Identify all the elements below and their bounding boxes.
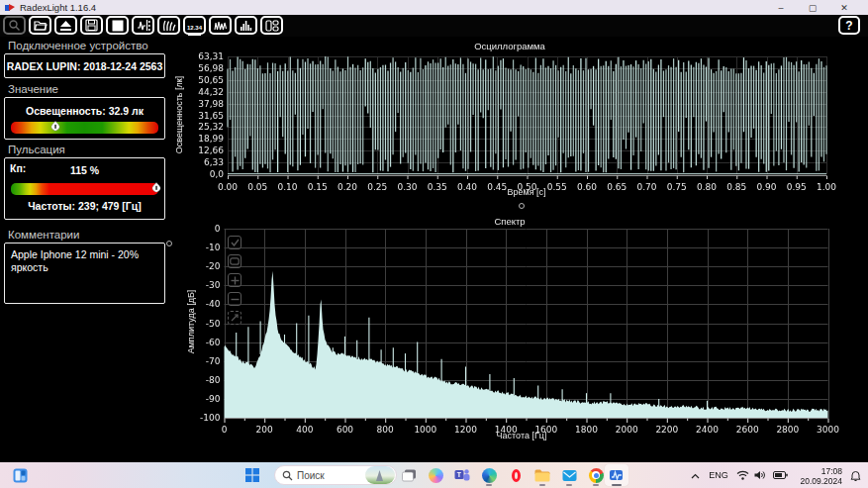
tray-overflow-button[interactable] — [686, 473, 704, 479]
clock[interactable]: 17:08 20.09.2024 — [791, 464, 842, 486]
taskbar: Поиск T — [0, 462, 868, 488]
kp-value: 115 % — [5, 164, 164, 176]
chart-reset-zoom-button[interactable] — [228, 311, 241, 325]
battery-indicator[interactable] — [769, 471, 791, 479]
oscillogram-view-button[interactable] — [209, 16, 232, 35]
windows-logo-icon — [245, 468, 259, 482]
pulsation-marker — [150, 182, 161, 193]
chart-select-button[interactable] — [228, 236, 241, 249]
illuminance-box: Освещенность: 32.9 лк — [4, 97, 165, 140]
bell-icon — [850, 469, 861, 481]
app-icon — [5, 3, 15, 13]
radexlight-app-icon — [609, 468, 625, 482]
mail-icon — [562, 469, 577, 482]
copilot-icon — [429, 468, 443, 483]
spectrum-ylabel: Амплитуда [дБ] — [186, 257, 196, 386]
oscillogram-icon — [214, 20, 228, 32]
file-explorer-button[interactable] — [530, 464, 554, 486]
close-button[interactable]: ✕ — [828, 0, 860, 15]
comments-grip-dot — [166, 241, 172, 246]
maximize-button[interactable]: ▢ — [797, 0, 828, 15]
search-box[interactable]: Поиск — [274, 465, 397, 485]
split-layout-icon — [265, 20, 279, 32]
value-section-title: Значение — [8, 83, 58, 95]
oscillogram-title: Осциллограмма — [401, 41, 619, 51]
svg-text:T: T — [457, 471, 462, 478]
minimize-button[interactable]: – — [765, 0, 797, 15]
mail-button[interactable] — [557, 464, 581, 486]
tray-date: 20.09.2024 — [791, 476, 842, 486]
toolbar: 12.34 ? — [0, 15, 868, 37]
widgets-button[interactable] — [8, 464, 32, 486]
open-folder-icon — [34, 20, 48, 32]
open-file-button[interactable] — [29, 16, 51, 35]
opera-button[interactable] — [504, 464, 528, 486]
device-section-title: Подключенное устройство — [8, 40, 148, 51]
zoom-tool-button[interactable] — [3, 16, 26, 35]
task-view-icon — [402, 469, 417, 482]
search-placeholder: Поиск — [297, 470, 365, 481]
oscillogram-xlabel: Время [с] — [457, 187, 596, 197]
comment-text: Apple Iphone 12 mini - 20% яркость — [5, 244, 164, 278]
tray-time: 17:08 — [791, 466, 842, 476]
language-indicator[interactable]: ENG — [704, 470, 733, 480]
illuminance-marker — [50, 121, 61, 132]
numeric-display-icon: 12.34 — [187, 16, 202, 36]
start-button[interactable] — [241, 464, 264, 486]
chart-zoom-out-button[interactable] — [228, 292, 241, 306]
widgets-icon — [13, 468, 28, 483]
magnifier-icon — [8, 19, 21, 32]
charts-canvas — [170, 36, 868, 462]
flicker-mode-button[interactable] — [157, 16, 180, 35]
illuminance-value: Освещенность: 32.9 лк — [5, 105, 164, 117]
comments-section-title: Комментарии — [8, 229, 79, 241]
stop-icon — [112, 20, 124, 32]
chart-zoom-region-button[interactable] — [228, 254, 241, 268]
comments-box[interactable]: Apple Iphone 12 mini - 20% яркость — [4, 243, 165, 304]
notifications-button[interactable] — [842, 469, 868, 481]
chart-zoom-in-button[interactable] — [228, 273, 241, 287]
fit-view-icon — [231, 314, 239, 322]
search-highlight-image — [365, 466, 395, 484]
numeric-view-button[interactable]: 12.34 — [183, 16, 206, 35]
pulsation-box: Кп: 115 % Частоты: 239; 479 [Гц] — [4, 157, 165, 220]
oscillogram-ylabel: Освещенность [лк] — [174, 50, 184, 179]
desktop: RadexLight 1.16.4 – ▢ ✕ — [0, 0, 868, 488]
teams-button[interactable]: T — [450, 464, 474, 486]
illuminance-scale-bar — [11, 122, 158, 134]
window-controls: – ▢ ✕ — [765, 0, 860, 15]
window-titlebar: RadexLight 1.16.4 – ▢ ✕ — [0, 0, 868, 15]
help-button[interactable]: ? — [838, 16, 860, 35]
minus-icon — [231, 295, 240, 304]
hand-wave-icon — [162, 19, 176, 32]
bar-chart-icon — [240, 20, 253, 32]
layout-view-button[interactable] — [260, 16, 283, 35]
pulsation-frequencies: Частоты: 239; 479 [Гц] — [5, 200, 164, 212]
battery-icon — [773, 471, 788, 479]
waveform-cursor-icon — [137, 19, 150, 32]
teams-icon: T — [454, 468, 470, 482]
save-button[interactable] — [80, 16, 103, 35]
speaker-icon — [754, 470, 766, 480]
wifi-icon — [736, 470, 749, 480]
eject-device-button[interactable] — [54, 16, 77, 35]
spectrum-view-button[interactable] — [235, 16, 257, 35]
stop-measure-button[interactable] — [106, 16, 129, 35]
search-icon — [282, 470, 293, 481]
chart-zoom-controls — [228, 236, 241, 330]
measure-settings-button[interactable] — [132, 16, 154, 35]
kp-label: Кп: — [10, 162, 26, 174]
splitter-grip-dot — [519, 203, 525, 209]
floppy-save-icon — [85, 19, 98, 32]
radexlight-taskbar-button[interactable] — [605, 464, 628, 486]
wifi-indicator[interactable] — [733, 470, 751, 480]
spectrum-xlabel: Частота [Гц] — [452, 431, 591, 440]
edge-button[interactable] — [477, 464, 501, 486]
plus-icon — [231, 276, 240, 285]
copilot-button[interactable] — [424, 464, 447, 486]
task-view-button[interactable] — [397, 464, 421, 486]
chevron-up-icon — [691, 473, 700, 479]
volume-indicator[interactable] — [751, 470, 769, 480]
pulsation-scale-bar — [11, 183, 158, 195]
spectrum-title: Спектр — [401, 216, 619, 227]
